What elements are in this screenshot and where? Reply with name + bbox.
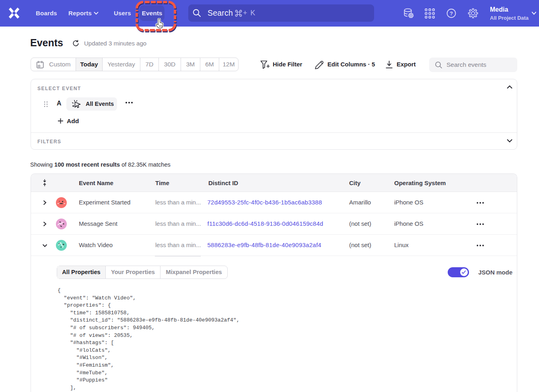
- svg-text:?: ?: [450, 10, 453, 17]
